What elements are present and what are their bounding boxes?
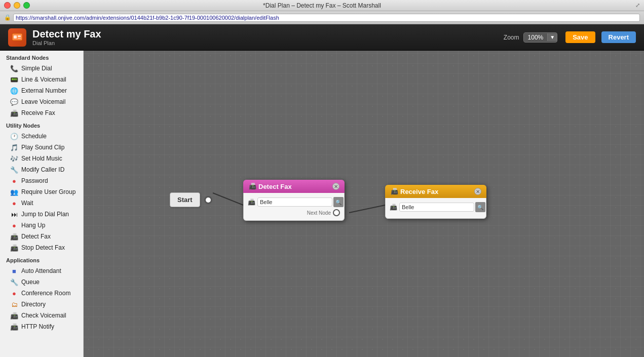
- connector-lines: [84, 51, 644, 357]
- sidebar-item-detect-fax[interactable]: 📠 Detect Fax: [0, 231, 83, 242]
- receive-fax-search-button[interactable]: 🔍: [475, 202, 485, 212]
- sidebar-label-auto-attendant: Auto Attendant: [21, 267, 61, 274]
- sidebar-item-hangup[interactable]: ● Hang Up: [0, 220, 83, 231]
- svg-rect-1: [14, 35, 17, 38]
- detect-fax-close-button[interactable]: ✕: [332, 183, 339, 190]
- sidebar-label-detect-fax: Detect Fax: [21, 233, 51, 240]
- zoom-select[interactable]: 100% ▼: [523, 32, 558, 43]
- group-icon: 👥: [10, 188, 18, 196]
- svg-rect-2: [18, 35, 21, 37]
- utility-nodes-title: Utility Nodes: [0, 118, 83, 131]
- detect-fax-field[interactable]: [257, 197, 332, 207]
- svg-rect-3: [18, 38, 21, 38]
- window-controls[interactable]: [4, 2, 30, 9]
- sidebar-item-hold-music[interactable]: 🎶 Set Hold Music: [0, 153, 83, 164]
- sidebar-label-external-number: External Number: [21, 87, 67, 94]
- receive-fax-header: 📠 Receive Fax ✕: [385, 185, 486, 198]
- queue-icon: 🔧: [10, 278, 18, 286]
- sidebar-item-simple-dial[interactable]: 📞 Simple Dial: [0, 63, 83, 74]
- directory-icon: 🗂: [10, 300, 18, 308]
- titlebar: *Dial Plan – Detect my Fax – Scott Marsh…: [0, 0, 644, 11]
- svg-line-4: [213, 193, 243, 205]
- app-header: Detect my Fax Dial Plan Zoom 100% ▼ Save…: [0, 24, 644, 51]
- music-icon: 🎶: [10, 154, 18, 163]
- receive-fax-body: 📠 🔍: [385, 198, 486, 219]
- sidebar-item-wait[interactable]: ● Wait: [0, 197, 83, 209]
- check-vm-icon: 📠: [10, 311, 18, 320]
- expand-icon[interactable]: ⤢: [635, 2, 640, 9]
- detect-fax-node-icon: 📠: [248, 182, 256, 190]
- schedule-icon: 🕐: [10, 132, 18, 140]
- applications-title: Applications: [0, 253, 83, 265]
- wait-icon: ●: [10, 199, 18, 207]
- sidebar-label-check-voicemail: Check Voicemail: [21, 312, 66, 319]
- receive-fax-close-button[interactable]: ✕: [474, 188, 481, 195]
- maximize-button[interactable]: [23, 2, 30, 9]
- sound-icon: 🎵: [10, 143, 18, 151]
- start-connector: [204, 196, 212, 204]
- globe-icon: 🌐: [10, 87, 18, 95]
- sidebar-item-queue[interactable]: 🔧 Queue: [0, 276, 83, 288]
- close-button[interactable]: [4, 2, 11, 9]
- sidebar-item-password[interactable]: ● Password: [0, 175, 83, 186]
- receive-fax-field-row: 📠 🔍: [390, 202, 482, 212]
- sidebar-label-leave-voicemail: Leave Voicemail: [21, 98, 65, 105]
- sidebar-label-require-group: Require User Group: [21, 188, 75, 195]
- receive-fax-title: Receive Fax: [400, 188, 438, 195]
- receive-fax-field-icon: 📠: [390, 203, 397, 211]
- standard-nodes-title: Standard Nodes: [0, 51, 83, 63]
- start-node: Start: [170, 192, 212, 207]
- sidebar-item-directory[interactable]: 🗂 Directory: [0, 299, 83, 310]
- sidebar-item-schedule[interactable]: 🕐 Schedule: [0, 131, 83, 142]
- sidebar-item-check-voicemail[interactable]: 📠 Check Voicemail: [0, 310, 83, 321]
- sidebar-item-modify-caller[interactable]: 🔧 Modify Caller ID: [0, 164, 83, 175]
- sidebar-label-http-notify: HTTP Notify: [21, 323, 54, 330]
- stop-detect-fax-icon: 📠: [10, 244, 18, 252]
- sidebar-label-play-sound: Play Sound Clip: [21, 144, 64, 151]
- sidebar-label-stop-detect-fax: Stop Detect Fax: [21, 244, 65, 251]
- sidebar-item-external-number[interactable]: 🌐 External Number: [0, 85, 83, 96]
- window-title: *Dial Plan – Detect my Fax – Scott Marsh…: [263, 2, 381, 9]
- sidebar-label-directory: Directory: [21, 301, 46, 308]
- sidebar-item-play-sound[interactable]: 🎵 Play Sound Clip: [0, 142, 83, 153]
- detect-fax-icon: 📠: [10, 232, 18, 241]
- sidebar-label-wait: Wait: [21, 200, 33, 207]
- minimize-button[interactable]: [14, 2, 20, 9]
- sidebar-item-line-voicemail[interactable]: 📟 Line & Voicemail: [0, 74, 83, 85]
- sidebar-item-auto-attendant[interactable]: ■ Auto Attendant: [0, 265, 83, 276]
- jump-icon: ⏭: [10, 210, 18, 218]
- sidebar-label-line-voicemail: Line & Voicemail: [21, 76, 66, 83]
- conference-icon: ●: [10, 289, 18, 297]
- sidebar-label-password: Password: [21, 177, 48, 184]
- zoom-dropdown-arrow[interactable]: ▼: [547, 33, 557, 41]
- sidebar-label-queue: Queue: [21, 279, 40, 286]
- save-button[interactable]: Save: [565, 31, 595, 43]
- urlbar: 🔒 https://smarshall.onjive.com/admin/ext…: [0, 11, 644, 24]
- sidebar-item-stop-detect-fax[interactable]: 📠 Stop Detect Fax: [0, 242, 83, 253]
- next-node-label: Next Node: [307, 210, 331, 216]
- attendant-icon: ■: [10, 267, 18, 275]
- receive-fax-node[interactable]: 📠 Receive Fax ✕ 📠 🔍: [385, 185, 486, 219]
- canvas[interactable]: Start 📠 Detect Fax ✕ 📠 🔍 Next Node: [84, 51, 644, 357]
- http-icon: 📠: [10, 323, 18, 331]
- url-field[interactable]: https://smarshall.onjive.com/admin/exten…: [13, 14, 640, 22]
- leave-vm-icon: 💬: [10, 98, 18, 106]
- sidebar-label-jump-dialplan: Jump to Dial Plan: [21, 211, 69, 218]
- app-icon: [8, 28, 26, 47]
- revert-button[interactable]: Revert: [601, 31, 636, 43]
- detect-fax-node[interactable]: 📠 Detect Fax ✕ 📠 🔍 Next Node: [243, 180, 345, 221]
- receive-fax-field[interactable]: [399, 203, 474, 212]
- sidebar-item-leave-voicemail[interactable]: 💬 Leave Voicemail: [0, 96, 83, 107]
- detect-fax-title: Detect Fax: [258, 183, 292, 190]
- phone-icon: 📞: [10, 64, 18, 72]
- detect-fax-search-button[interactable]: 🔍: [333, 197, 344, 207]
- sidebar-item-jump-dialplan[interactable]: ⏭ Jump to Dial Plan: [0, 209, 83, 220]
- sidebar-item-http-notify[interactable]: 📠 HTTP Notify: [0, 321, 83, 332]
- sidebar-item-conference[interactable]: ● Conference Room: [0, 288, 83, 299]
- detect-fax-field-row: 📠 🔍: [248, 197, 340, 207]
- app-title: Detect my Fax: [32, 28, 504, 40]
- sidebar-item-receive-fax-std[interactable]: 📠 Receive Fax: [0, 107, 83, 118]
- sidebar-item-require-group[interactable]: 👥 Require User Group: [0, 186, 83, 197]
- detect-fax-next-connector: [333, 209, 340, 216]
- start-label: Start: [170, 192, 200, 207]
